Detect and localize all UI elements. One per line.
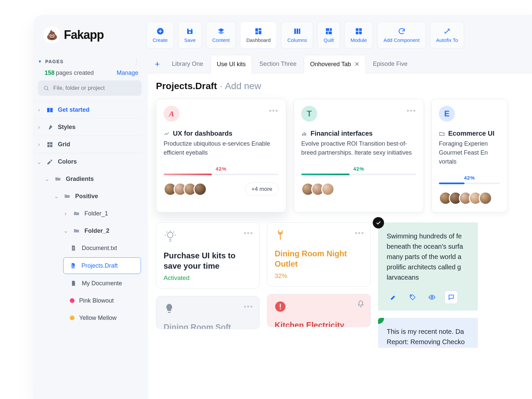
sidebar-item-positive[interactable]: ⌄ Positive [33,188,143,205]
file-image-icon [69,263,77,269]
sidebar-item-gradients[interactable]: ⌄ Gradients [33,170,143,188]
view-button[interactable] [425,291,439,304]
layers-icon [217,27,225,35]
project-card-e[interactable]: E Ecommerce UI Foraging Experien Gourmet… [431,99,508,212]
progress-bar: 42% [439,175,500,184]
card-menu-button[interactable]: ••• [244,229,253,237]
tab-onhovered[interactable]: Onhovered Tab ✕ [304,55,366,73]
svg-rect-4 [259,28,261,30]
svg-point-2 [189,31,191,33]
color-swatch-icon [70,298,74,303]
note-green[interactable]: Swimming hundreds of fe beneath the ocea… [378,222,478,311]
file-my-documente[interactable]: My Documente [33,275,143,292]
search-input[interactable] [53,85,136,91]
page-title: Projects.Draft · Add new [156,81,532,91]
tag-button[interactable] [406,291,419,304]
card-menu-button[interactable]: ••• [407,106,416,115]
check-circle-icon [373,217,384,228]
svg-rect-7 [294,29,296,34]
app-name: Fakapp [64,28,104,42]
widget-dining-outlet[interactable]: ••• Dining Room Night Outlet 32% [267,222,371,287]
sidebar-item-folder2[interactable]: ⌄ Folder_2 [33,222,143,239]
note-blue[interactable]: This is my recent note. Da Report: Remov… [378,318,478,348]
swatch-yellow-mellow[interactable]: Yellow Mellow [33,309,143,327]
book-icon [46,106,54,114]
sidebar-item-grid[interactable]: › Grid [33,136,143,153]
file-projects-draft[interactable]: Projects.Draft [63,257,141,274]
folder-icon [54,176,62,182]
svg-rect-21 [48,145,50,147]
color-swatch-icon [70,316,74,320]
chevron-down-icon: ⌄ [63,227,68,234]
svg-rect-6 [255,32,258,34]
sidebar-item-colors[interactable]: ⌄ Colors [33,153,143,170]
pages-created-text: pages created [56,69,94,76]
add-component-button[interactable]: Add Component [377,21,426,49]
add-tab-button[interactable]: + [150,57,165,71]
trend-icon [164,131,170,137]
chevron-right-icon: › [36,124,42,131]
card-menu-button[interactable]: ••• [244,302,253,311]
card-menu-button[interactable]: ••• [269,106,279,115]
edit-button[interactable] [387,291,400,304]
check-circle-icon [378,318,384,324]
folder-icon [72,227,80,234]
card-menu-button[interactable]: ••• [355,229,364,237]
tab-section-three[interactable]: Section Three [253,55,303,73]
quilt-button[interactable]: Quilt [317,21,340,49]
dashboard-button[interactable]: Dashboard [240,21,277,49]
pages-header[interactable]: ▼ PAGES ⋮ [33,55,143,68]
create-button[interactable]: Create [146,21,174,49]
chevron-right-icon: › [36,106,42,113]
swatch-pink-blowout[interactable]: Pink Blowout [33,292,143,309]
dashboard-icon [254,27,262,35]
content-button[interactable]: Content [206,21,236,49]
project-card-a[interactable]: A ••• UX for dashboards Productize ubiqu… [156,99,286,212]
file-icon [70,280,77,286]
project-card-t[interactable]: T ••• Financial interfaces Evolve proact… [294,99,424,212]
widget-dining-soft[interactable]: ••• Dining Room Soft [156,296,260,329]
svg-rect-8 [297,29,298,34]
svg-rect-19 [48,142,50,144]
bell-icon[interactable] [357,300,364,309]
avatar-stack [439,192,500,205]
wand-icon [443,27,451,35]
more-icon[interactable]: ⋮ [133,58,140,66]
svg-rect-14 [356,28,358,31]
sidebar-item-styles[interactable]: › Styles [33,118,143,136]
save-button[interactable]: Save [178,21,202,49]
refresh-icon [398,27,406,35]
columns-button[interactable]: Columns [281,21,313,49]
sidebar-search[interactable] [38,80,142,96]
sidebar-item-folder1[interactable]: › Folder_1 [33,205,143,222]
close-icon[interactable]: ✕ [354,61,359,68]
project-badge: E [439,106,455,122]
eyedropper-icon [46,159,54,165]
manage-link[interactable]: Manage [117,69,138,76]
tab-episode-five[interactable]: Episode Five [367,55,414,73]
svg-rect-28 [304,132,305,136]
comment-button[interactable] [445,291,458,304]
svg-rect-24 [73,248,74,248]
pages-label: PAGES [45,59,64,64]
avatar-stack [301,183,416,196]
save-icon [186,27,194,35]
svg-rect-5 [259,31,261,34]
pages-count: 158 [45,69,55,76]
avatar-stack: +4 more [164,183,279,196]
tab-use-ui-kits[interactable]: Use UI kits [210,55,252,73]
tab-bar: + Library One Use UI kits Section Three … [148,55,532,73]
widget-purchase-kits[interactable]: ••• Purchase UI kits to save your time A… [156,222,260,289]
sidebar-item-get-started[interactable]: › Get started [33,101,143,118]
folder-icon [439,131,445,137]
tab-library-one[interactable]: Library One [166,55,209,73]
svg-point-35 [411,296,412,297]
more-avatars-button[interactable]: +4 more [245,183,279,196]
add-new-link[interactable]: Add new [225,81,261,91]
autofix-button[interactable]: Autofix To [430,21,465,49]
plug-icon [275,229,363,242]
widget-kitchen-electricity[interactable]: Kitchen Electricity [267,294,371,327]
module-button[interactable]: Module [344,21,373,49]
chevron-right-icon: › [63,210,68,217]
file-document-txt[interactable]: Document.txt [33,239,143,257]
